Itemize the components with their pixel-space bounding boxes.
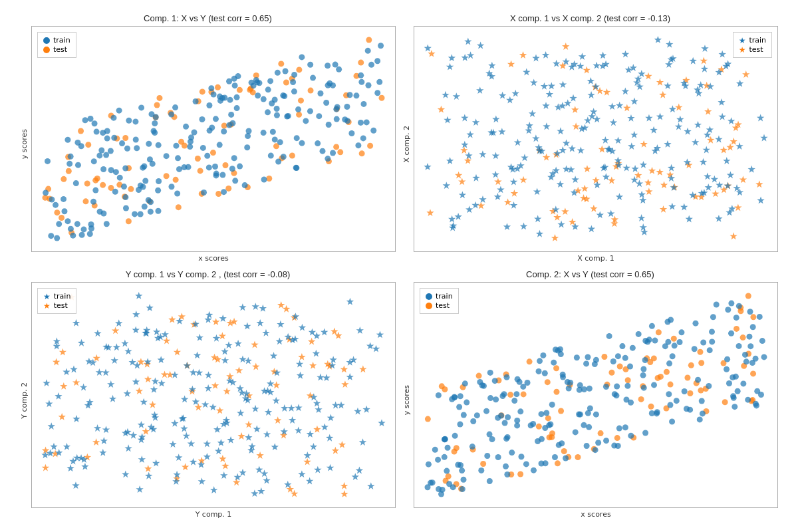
legend-train-label-bl: train [54, 292, 71, 301]
plot-tr-xlabel: X comp. 1 [577, 254, 614, 263]
plot-tl-chartbox: train test [31, 26, 396, 252]
plot-tr-ylabel: X comp. 2 [402, 126, 411, 163]
legend-test-label-br: test [436, 301, 450, 310]
plot-br-ylabel: y scores [402, 385, 411, 415]
legend-train-dot [43, 37, 50, 44]
legend-item-train-tr: ★ train [739, 36, 766, 45]
plot-bl-title: Y comp. 1 vs Y comp. 2 , (test corr = -0… [126, 269, 290, 279]
legend-item-test-bl: ★ test [43, 301, 70, 310]
legend-test-label: test [53, 45, 67, 54]
plot-tr-area: X comp. 2 ★ train ★ test X [402, 26, 778, 263]
plot-top-right: X comp. 1 vs X comp. 2 (test corr = -0.1… [402, 13, 778, 263]
legend-train-label-tr: train [749, 36, 766, 45]
plot-tl-xlabel: x scores [198, 254, 228, 263]
plot-bottom-left: Y comp. 1 vs Y comp. 2 , (test corr = -0… [20, 269, 396, 519]
plot-bl-area: Y comp. 2 ★ train ★ test Y [20, 282, 396, 519]
legend-item-test-br: test [426, 301, 453, 310]
legend-item-test-tr: ★ test [739, 45, 766, 54]
plot-bl-legend: ★ train ★ test [37, 288, 76, 314]
canvas-tl [32, 27, 395, 251]
plot-br-chartbox: train test [414, 282, 778, 508]
plot-tl-ylabel: y scores [20, 129, 29, 159]
legend-test-star-bl: ★ [43, 302, 51, 310]
plot-br-chart-container: train test x scores [414, 282, 778, 519]
main-container: Comp. 1: X vs Y (test corr = 0.65) y sco… [0, 0, 798, 532]
legend-train-star-bl: ★ [43, 293, 51, 301]
legend-train-label-br: train [436, 292, 453, 301]
canvas-tr [414, 27, 777, 251]
plot-br-title: Comp. 2: X vs Y (test corr = 0.65) [526, 269, 654, 279]
legend-test-star-tr: ★ [739, 46, 746, 54]
legend-train-dot-br [426, 293, 432, 300]
plot-tr-title: X comp. 1 vs X comp. 2 (test corr = -0.1… [510, 13, 670, 23]
canvas-br [414, 283, 777, 507]
plot-tr-chartbox: ★ train ★ test [414, 26, 778, 252]
plot-tr-legend: ★ train ★ test [733, 32, 772, 58]
legend-item-train-br: train [426, 292, 453, 301]
plot-tr-chart-container: ★ train ★ test X comp. 1 [414, 26, 778, 263]
legend-test-label-bl: test [54, 301, 68, 310]
plot-bl-chartbox: ★ train ★ test [31, 282, 396, 508]
plot-bl-ylabel: Y comp. 2 [20, 382, 29, 419]
plot-tl-legend: train test [37, 32, 76, 58]
canvas-bl [32, 283, 395, 507]
plot-bl-xlabel: Y comp. 1 [196, 510, 232, 519]
legend-test-label-tr: test [749, 45, 763, 54]
legend-test-dot-br [426, 303, 432, 309]
legend-train-star-tr: ★ [739, 37, 746, 45]
legend-test-dot [43, 47, 50, 53]
plot-tl-chart-container: train test x scores [31, 26, 396, 263]
legend-item-train-bl: ★ train [43, 292, 70, 301]
plot-br-legend: train test [420, 288, 459, 314]
legend-item-train: train [43, 36, 70, 45]
legend-item-test: test [43, 45, 70, 54]
plot-br-area: y scores train test x sc [402, 282, 778, 519]
plot-tl-title: Comp. 1: X vs Y (test corr = 0.65) [144, 13, 272, 23]
plot-br-xlabel: x scores [581, 510, 610, 519]
legend-train-label: train [53, 36, 70, 45]
plot-bottom-right: Comp. 2: X vs Y (test corr = 0.65) y sco… [402, 269, 778, 519]
plot-top-left: Comp. 1: X vs Y (test corr = 0.65) y sco… [20, 13, 396, 263]
plot-tl-area: y scores train test x sc [20, 26, 396, 263]
plot-bl-chart-container: ★ train ★ test Y comp. 1 [31, 282, 396, 519]
